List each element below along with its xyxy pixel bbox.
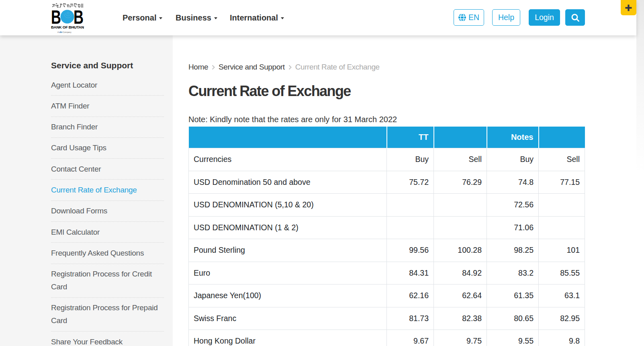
svg-text:B: B	[74, 6, 84, 28]
svg-text:BANK OF BHUTAN: BANK OF BHUTAN	[51, 25, 84, 29]
svg-text:B: B	[51, 6, 61, 28]
svg-text:A dhi Company: A dhi Company	[57, 31, 72, 33]
